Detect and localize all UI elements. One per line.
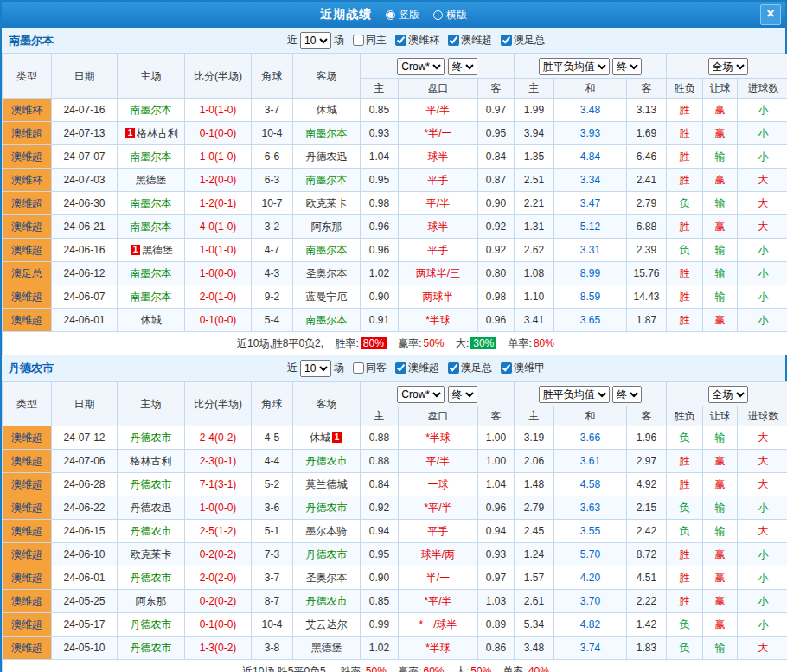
asian-home-odds-cell: 1.04 <box>361 145 399 169</box>
final-odds-select[interactable]: 终 <box>612 386 642 403</box>
date-cell: 24-07-07 <box>52 145 118 169</box>
goals-result-cell: 小 <box>738 590 787 613</box>
result-cell: 胜 <box>667 122 703 145</box>
same-venue-label: 同主 <box>366 33 387 48</box>
date-cell: 24-06-15 <box>52 520 118 543</box>
asian-home-odds-cell: 1.02 <box>361 262 399 285</box>
match-row: 澳维超24-06-28丹德农市7-1(3-1)5-2莫兰德城0.84一球1.04… <box>3 473 787 496</box>
asian-line-cell: 球半 <box>399 145 478 169</box>
summary-text: 近10场,胜8平0负2, <box>237 337 323 349</box>
fulltime-select[interactable]: 全场 <box>708 386 748 403</box>
asian-away-odds-cell: 0.92 <box>478 215 515 239</box>
summary-value: 40% <box>528 665 549 672</box>
match-row: 澳维超24-06-22丹德农迅1-0(0-0)3-6丹德农市0.92*平/半0.… <box>3 496 787 520</box>
col-header-europe-home: 主 <box>515 79 554 99</box>
asian-away-odds-cell: 0.97 <box>478 99 515 122</box>
summary-value: 30% <box>470 337 496 349</box>
final-odds-select[interactable]: 终 <box>448 386 477 403</box>
date-cell: 24-06-28 <box>52 473 118 496</box>
match-row: 澳维超24-06-21南墨尔本4-0(1-0)3-2阿东那0.96球半0.921… <box>3 215 787 239</box>
radio-vertical-icon <box>386 10 395 20</box>
europe-draw-odds-cell: 3.34 <box>554 169 627 192</box>
col-header-away: 客场 <box>293 54 361 99</box>
summary-label: 赢率: <box>398 337 421 349</box>
result-cell: 胜 <box>667 450 703 473</box>
team-text: 丹德农市 <box>131 618 172 630</box>
league-type-cell: 澳维超 <box>3 285 52 309</box>
asian-away-odds-cell: 0.89 <box>478 613 515 637</box>
layout-horizontal-radio[interactable]: 横版 <box>433 8 467 22</box>
team-text: 丹德农迅 <box>306 150 348 163</box>
col-header-home: 主场 <box>118 54 185 99</box>
team-text: 阿东那 <box>311 221 342 233</box>
bookmaker-select[interactable]: Crow* <box>397 58 445 75</box>
europe-away-odds-cell: 2.22 <box>627 590 667 613</box>
league-type-cell: 澳维超 <box>3 566 52 590</box>
asian-line-cell: 平手 <box>399 520 478 543</box>
summary-value: 50% <box>470 665 491 672</box>
europe-away-odds-cell: 1.96 <box>627 426 667 450</box>
europe-away-odds-cell: 1.42 <box>627 613 667 637</box>
same-venue-checkbox[interactable] <box>353 35 364 46</box>
score-cell: 2-0(1-0) <box>185 285 252 309</box>
asian-away-odds-cell: 1.03 <box>478 590 515 613</box>
home-team-cell: 欧克莱卡 <box>118 543 185 566</box>
col-header-asian-line: 盘口 <box>399 406 478 426</box>
asian-home-odds-cell: 1.02 <box>361 637 399 660</box>
europe-odds-select[interactable]: 胜平负均值 <box>539 58 610 75</box>
asian-away-odds-cell: 0.96 <box>478 309 515 332</box>
asian-home-odds-cell: 0.96 <box>361 215 399 239</box>
asian-away-odds-cell: 0.84 <box>478 145 515 169</box>
same-venue-label: 同客 <box>366 361 387 375</box>
recent-count-select[interactable]: 10 <box>300 360 331 377</box>
team-text: 南墨尔本 <box>131 221 172 233</box>
league-filter-checkbox[interactable] <box>395 362 406 374</box>
recent-count-select[interactable]: 10 <box>300 32 331 49</box>
summary-value: 80% <box>534 337 554 349</box>
match-row: 澳维超24-06-15丹德农市2-5(1-2)5-1墨尔本骑0.94平手0.94… <box>3 520 787 543</box>
asian-home-odds-cell: 0.84 <box>361 473 399 496</box>
result-cell: 负 <box>667 613 703 637</box>
match-row: 澳维超24-06-01休城0-1(0-0)5-4南墨尔本0.91*半球0.963… <box>3 309 787 332</box>
league-type-cell: 澳维超 <box>3 543 52 566</box>
team-text: 艾云达尔 <box>306 618 348 630</box>
same-venue-checkbox[interactable] <box>353 362 364 374</box>
date-cell: 24-06-21 <box>52 215 118 239</box>
europe-draw-odds-cell: 8.99 <box>554 262 627 285</box>
team-text: 格林古利 <box>131 455 172 467</box>
layout-vertical-radio[interactable]: 竖版 <box>386 8 419 22</box>
league-filter-label: 澳维杯 <box>408 33 439 48</box>
fulltime-select[interactable]: 全场 <box>708 58 748 75</box>
team-text: 丹德农市 <box>131 432 172 444</box>
home-team-cell: 南墨尔本 <box>118 99 185 122</box>
away-team-cell: 南墨尔本 <box>293 169 361 192</box>
europe-home-odds-cell: 3.41 <box>515 309 554 332</box>
team-text: 欧克莱卡 <box>306 197 348 209</box>
match-row: 澳维超24-06-10欧克莱卡0-2(0-2)7-3丹德农市0.95球半/两0.… <box>3 543 787 566</box>
col-header-home: 主场 <box>118 382 185 426</box>
europe-odds-select[interactable]: 胜平负均值 <box>539 386 610 403</box>
col-header-asian-home: 主 <box>361 79 399 99</box>
result-cell: 胜 <box>667 590 703 613</box>
asian-odds-group-header: Crow* 终 <box>361 54 515 79</box>
league-type-cell: 澳维超 <box>3 426 52 450</box>
europe-draw-odds-cell: 3.93 <box>554 122 627 145</box>
europe-home-odds-cell: 2.06 <box>515 450 554 473</box>
asian-home-odds-cell: 0.96 <box>361 239 399 262</box>
away-team-cell: 丹德农市 <box>293 450 361 473</box>
league-filter-checkbox[interactable] <box>448 35 459 46</box>
corner-cell: 4-4 <box>252 450 293 473</box>
red-card-badge: 1 <box>125 128 135 138</box>
league-filter-checkbox[interactable] <box>395 35 406 46</box>
close-icon[interactable]: × <box>760 4 781 25</box>
league-filter-checkbox[interactable] <box>501 362 512 374</box>
section-header: 南墨尔本 近 10 场 同主 澳维杯 澳维超 澳足总 <box>2 28 785 54</box>
league-filter-checkbox[interactable] <box>501 35 512 46</box>
final-odds-select[interactable]: 终 <box>612 58 642 75</box>
final-odds-select[interactable]: 终 <box>448 58 477 75</box>
league-filter-checkbox[interactable] <box>448 362 459 374</box>
filter-bar: 近 10 场 同客 澳维超 澳足总 澳维甲 <box>287 360 545 377</box>
bookmaker-select[interactable]: Crow* <box>397 386 445 403</box>
handicap-result-cell: 输 <box>703 496 738 520</box>
date-cell: 24-06-30 <box>52 192 118 215</box>
